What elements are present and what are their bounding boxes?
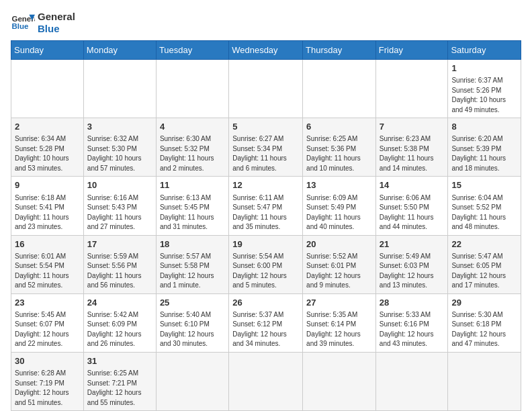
calendar-cell <box>375 60 448 118</box>
day-info: Sunrise: 6:13 AM Sunset: 5:45 PM Dayligh… <box>160 193 225 232</box>
calendar-cell: 13Sunrise: 6:09 AM Sunset: 5:49 PM Dayli… <box>303 177 376 235</box>
day-number: 21 <box>380 238 445 250</box>
svg-text:Blue: Blue <box>11 22 29 30</box>
day-info: Sunrise: 6:25 AM Sunset: 7:21 PM Dayligh… <box>87 369 152 408</box>
day-info: Sunrise: 5:49 AM Sunset: 6:03 PM Dayligh… <box>380 252 445 291</box>
day-number: 14 <box>380 179 445 191</box>
day-number: 24 <box>87 297 152 309</box>
weekday-header-thursday: Thursday <box>303 41 376 60</box>
calendar-cell <box>303 60 376 118</box>
day-number: 18 <box>160 238 225 250</box>
day-number: 17 <box>87 238 152 250</box>
day-info: Sunrise: 6:27 AM Sunset: 5:34 PM Dayligh… <box>232 134 299 173</box>
calendar-cell: 19Sunrise: 5:54 AM Sunset: 6:00 PM Dayli… <box>229 235 303 293</box>
day-info: Sunrise: 5:52 AM Sunset: 6:01 PM Dayligh… <box>306 252 372 291</box>
weekday-header-monday: Monday <box>83 41 156 60</box>
calendar-cell: 24Sunrise: 5:42 AM Sunset: 6:09 PM Dayli… <box>83 293 156 352</box>
day-number: 16 <box>15 238 80 250</box>
day-info: Sunrise: 6:09 AM Sunset: 5:49 PM Dayligh… <box>306 193 372 232</box>
calendar-cell <box>375 352 448 410</box>
weekday-header-saturday: Saturday <box>448 41 521 60</box>
calendar-cell: 20Sunrise: 5:52 AM Sunset: 6:01 PM Dayli… <box>303 235 376 293</box>
calendar-cell <box>156 60 228 118</box>
calendar-cell: 29Sunrise: 5:30 AM Sunset: 6:18 PM Dayli… <box>448 293 521 352</box>
calendar-cell: 17Sunrise: 5:59 AM Sunset: 5:56 PM Dayli… <box>83 235 156 293</box>
day-number: 15 <box>451 179 517 191</box>
day-info: Sunrise: 6:30 AM Sunset: 5:32 PM Dayligh… <box>160 134 225 173</box>
calendar-cell: 1Sunrise: 6:37 AM Sunset: 5:26 PM Daylig… <box>448 60 521 118</box>
logo-icon: General Blue <box>11 11 35 35</box>
day-info: Sunrise: 6:23 AM Sunset: 5:38 PM Dayligh… <box>380 134 445 173</box>
calendar-cell: 31Sunrise: 6:25 AM Sunset: 7:21 PM Dayli… <box>83 352 156 410</box>
day-info: Sunrise: 5:33 AM Sunset: 6:16 PM Dayligh… <box>380 310 445 349</box>
calendar-cell: 4Sunrise: 6:30 AM Sunset: 5:32 PM Daylig… <box>156 118 228 177</box>
day-info: Sunrise: 6:06 AM Sunset: 5:50 PM Dayligh… <box>380 193 445 232</box>
day-number: 12 <box>232 179 299 191</box>
logo-general: General <box>38 11 75 23</box>
calendar-week-row: 9Sunrise: 6:18 AM Sunset: 5:41 PM Daylig… <box>11 177 521 235</box>
day-info: Sunrise: 6:37 AM Sunset: 5:26 PM Dayligh… <box>451 76 517 115</box>
calendar-cell: 11Sunrise: 6:13 AM Sunset: 5:45 PM Dayli… <box>156 177 228 235</box>
calendar-cell: 7Sunrise: 6:23 AM Sunset: 5:38 PM Daylig… <box>375 118 448 177</box>
logo: General Blue General Blue <box>11 11 75 35</box>
day-number: 3 <box>87 121 152 133</box>
day-number: 22 <box>451 238 517 250</box>
calendar-cell: 2Sunrise: 6:34 AM Sunset: 5:28 PM Daylig… <box>11 118 84 177</box>
day-number: 13 <box>306 179 372 191</box>
calendar-cell <box>11 60 84 118</box>
day-info: Sunrise: 6:25 AM Sunset: 5:36 PM Dayligh… <box>306 134 372 173</box>
calendar-cell: 22Sunrise: 5:47 AM Sunset: 6:05 PM Dayli… <box>448 235 521 293</box>
day-info: Sunrise: 6:20 AM Sunset: 5:39 PM Dayligh… <box>451 134 517 173</box>
day-info: Sunrise: 6:28 AM Sunset: 7:19 PM Dayligh… <box>15 369 80 408</box>
calendar-cell: 18Sunrise: 5:57 AM Sunset: 5:58 PM Dayli… <box>156 235 228 293</box>
calendar-cell: 5Sunrise: 6:27 AM Sunset: 5:34 PM Daylig… <box>229 118 303 177</box>
day-number: 9 <box>15 179 80 191</box>
calendar-cell: 9Sunrise: 6:18 AM Sunset: 5:41 PM Daylig… <box>11 177 84 235</box>
calendar-cell <box>229 60 303 118</box>
calendar-cell: 10Sunrise: 6:16 AM Sunset: 5:43 PM Dayli… <box>83 177 156 235</box>
weekday-header-row: SundayMondayTuesdayWednesdayThursdayFrid… <box>11 41 521 60</box>
day-number: 23 <box>15 297 80 309</box>
calendar-cell <box>229 352 303 410</box>
day-info: Sunrise: 6:16 AM Sunset: 5:43 PM Dayligh… <box>87 193 152 232</box>
day-number: 5 <box>232 121 299 133</box>
day-number: 27 <box>306 297 372 309</box>
calendar-cell <box>303 352 376 410</box>
day-info: Sunrise: 6:18 AM Sunset: 5:41 PM Dayligh… <box>15 193 80 232</box>
day-number: 28 <box>380 297 445 309</box>
day-info: Sunrise: 6:11 AM Sunset: 5:47 PM Dayligh… <box>232 193 299 232</box>
calendar-week-row: 16Sunrise: 6:01 AM Sunset: 5:54 PM Dayli… <box>11 235 521 293</box>
calendar-week-row: 30Sunrise: 6:28 AM Sunset: 7:19 PM Dayli… <box>11 352 521 410</box>
calendar-cell: 28Sunrise: 5:33 AM Sunset: 6:16 PM Dayli… <box>375 293 448 352</box>
day-info: Sunrise: 5:45 AM Sunset: 6:07 PM Dayligh… <box>15 310 80 349</box>
weekday-header-sunday: Sunday <box>11 41 84 60</box>
day-info: Sunrise: 5:57 AM Sunset: 5:58 PM Dayligh… <box>160 252 225 291</box>
day-number: 20 <box>306 238 372 250</box>
day-info: Sunrise: 6:32 AM Sunset: 5:30 PM Dayligh… <box>87 134 152 173</box>
header: General Blue General Blue <box>11 11 521 35</box>
day-number: 31 <box>87 355 152 367</box>
day-info: Sunrise: 5:54 AM Sunset: 6:00 PM Dayligh… <box>232 252 299 291</box>
day-number: 11 <box>160 179 225 191</box>
day-info: Sunrise: 5:37 AM Sunset: 6:12 PM Dayligh… <box>232 310 299 349</box>
weekday-header-wednesday: Wednesday <box>229 41 303 60</box>
day-info: Sunrise: 5:42 AM Sunset: 6:09 PM Dayligh… <box>87 310 152 349</box>
calendar-cell: 12Sunrise: 6:11 AM Sunset: 5:47 PM Dayli… <box>229 177 303 235</box>
day-number: 30 <box>15 355 80 367</box>
calendar-cell <box>448 352 521 410</box>
day-info: Sunrise: 6:34 AM Sunset: 5:28 PM Dayligh… <box>15 134 80 173</box>
day-number: 4 <box>160 121 225 133</box>
calendar-week-row: 23Sunrise: 5:45 AM Sunset: 6:07 PM Dayli… <box>11 293 521 352</box>
day-info: Sunrise: 5:59 AM Sunset: 5:56 PM Dayligh… <box>87 252 152 291</box>
day-info: Sunrise: 6:04 AM Sunset: 5:52 PM Dayligh… <box>451 193 517 232</box>
day-number: 7 <box>380 121 445 133</box>
day-info: Sunrise: 5:35 AM Sunset: 6:14 PM Dayligh… <box>306 310 372 349</box>
day-number: 8 <box>451 121 517 133</box>
day-number: 26 <box>232 297 299 309</box>
calendar-cell: 15Sunrise: 6:04 AM Sunset: 5:52 PM Dayli… <box>448 177 521 235</box>
calendar-cell: 16Sunrise: 6:01 AM Sunset: 5:54 PM Dayli… <box>11 235 84 293</box>
weekday-header-tuesday: Tuesday <box>156 41 228 60</box>
calendar-week-row: 2Sunrise: 6:34 AM Sunset: 5:28 PM Daylig… <box>11 118 521 177</box>
day-number: 19 <box>232 238 299 250</box>
calendar-week-row: 1Sunrise: 6:37 AM Sunset: 5:26 PM Daylig… <box>11 60 521 118</box>
